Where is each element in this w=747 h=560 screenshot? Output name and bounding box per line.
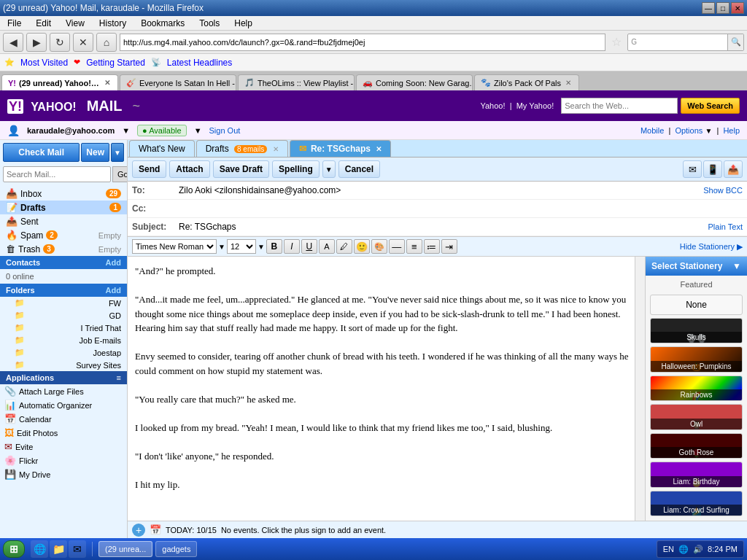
- stationery-none[interactable]: None: [650, 295, 743, 315]
- options-dropdown-icon[interactable]: ▼: [705, 127, 712, 135]
- font-family-select[interactable]: Times New Roman: [132, 239, 217, 254]
- size-dropdown-icon[interactable]: ▼: [258, 243, 265, 251]
- menu-view[interactable]: View: [61, 17, 89, 30]
- sidebar-item-i-tried-that[interactable]: 📁 I Tried That: [0, 322, 127, 334]
- calendar-view-icon[interactable]: 📅: [150, 524, 161, 535]
- subject-field[interactable]: [176, 220, 708, 233]
- menu-bookmarks[interactable]: Bookmarks: [136, 17, 189, 30]
- sidebar-item-sent[interactable]: 📤 Sent: [0, 214, 127, 228]
- list-button[interactable]: ≔: [424, 239, 440, 254]
- show-bcc-link[interactable]: Show BCC: [703, 186, 743, 195]
- tab-close-zilos[interactable]: ✕: [564, 79, 573, 87]
- mobile-link[interactable]: Mobile: [640, 126, 664, 135]
- menu-file[interactable]: File: [3, 17, 26, 30]
- plain-text-link[interactable]: Plain Text: [708, 222, 743, 231]
- sidebar-item-survey-sites[interactable]: 📁 Survey Sites: [0, 359, 127, 371]
- app-my-drive[interactable]: 💾 My Drive: [0, 467, 127, 481]
- tab-whats-new[interactable]: What's New: [129, 140, 195, 157]
- italic-button[interactable]: I: [284, 239, 300, 254]
- tab-yahoo-mail[interactable]: Y! (29 unread) Yahoo! Mail, ... ✕: [1, 74, 118, 90]
- menu-edit[interactable]: Edit: [31, 17, 55, 30]
- stop-button[interactable]: ✕: [73, 33, 93, 52]
- app-edit-photos[interactable]: 🖼 Edit Photos: [0, 426, 127, 440]
- sidebar-item-gd[interactable]: 📁 GD: [0, 309, 127, 322]
- tab-close-yahoo[interactable]: ✕: [103, 79, 112, 87]
- re-tsgchaps-tab-close[interactable]: ✕: [376, 145, 382, 153]
- app-attach-large-files[interactable]: 📎 Attach Large Files: [0, 384, 127, 398]
- underline-button[interactable]: U: [301, 239, 317, 254]
- tab-re-tsgchaps[interactable]: ✉ Re: TSGchaps ✕: [290, 140, 392, 157]
- check-mail-button[interactable]: Check Mail: [3, 143, 80, 162]
- font-dropdown-icon[interactable]: ▼: [218, 243, 225, 251]
- reload-button[interactable]: ↻: [50, 33, 70, 52]
- availability-badge[interactable]: ● Available: [137, 125, 187, 136]
- app-flickr[interactable]: 🌸 Flickr: [0, 454, 127, 467]
- cc-field[interactable]: [176, 202, 743, 215]
- help-link[interactable]: Help: [723, 126, 740, 135]
- back-button[interactable]: ◀: [3, 33, 23, 52]
- volume-tray-icon[interactable]: 🔊: [693, 545, 703, 554]
- compose-mail-format-icon[interactable]: ✉: [683, 160, 702, 178]
- quick-mail-icon[interactable]: ✉: [69, 540, 86, 558]
- taskbar-yahoo-window[interactable]: (29 unrea...: [98, 541, 152, 557]
- spam-empty-link[interactable]: Empty: [98, 231, 121, 240]
- email-body-scrollbar[interactable]: [635, 257, 645, 521]
- address-bar[interactable]: [120, 34, 605, 51]
- folders-add-link[interactable]: Add: [106, 286, 121, 295]
- separator-button[interactable]: —: [389, 239, 405, 254]
- taskbar-gadgets-window[interactable]: gadgets: [155, 541, 197, 557]
- my-yahoo-link[interactable]: My Yahoo!: [516, 101, 554, 110]
- start-button[interactable]: ⊞: [3, 540, 25, 558]
- home-button[interactable]: ⌂: [96, 33, 117, 52]
- compose-share-icon[interactable]: 📤: [724, 160, 743, 178]
- spelling-button[interactable]: Spelling: [272, 160, 320, 178]
- web-search-button[interactable]: Web Search: [681, 98, 740, 114]
- new-message-dropdown[interactable]: ▼: [111, 143, 124, 162]
- stationery-halloween[interactable]: 🎃 Halloween: Pumpkins: [650, 346, 743, 372]
- sidebar-item-drafts[interactable]: 📝 Drafts 1: [0, 201, 127, 214]
- email-body-textarea[interactable]: "And?" he prompted. "And...it made me fe…: [128, 257, 645, 521]
- highlight-button[interactable]: 🖊: [336, 239, 352, 254]
- yahoo-search-input[interactable]: [561, 98, 678, 114]
- drafts-tab-close[interactable]: ✕: [273, 145, 279, 153]
- bold-button[interactable]: B: [266, 239, 282, 254]
- tab-coming-soon[interactable]: 🚗 Coming Soon: New Garag... ✕: [356, 74, 473, 90]
- google-search-input[interactable]: [640, 34, 727, 50]
- app-calendar[interactable]: 📅 Calendar: [0, 412, 127, 426]
- stationery-liam-crowd[interactable]: 🏄 Liam: Crowd Surfing: [650, 491, 743, 516]
- compose-phone-icon[interactable]: 📱: [703, 160, 722, 178]
- bookmark-latest-headlines[interactable]: Latest Headlines: [167, 58, 232, 68]
- app-evite[interactable]: ✉ Evite: [0, 440, 127, 454]
- menu-history[interactable]: History: [95, 17, 131, 30]
- contacts-add-link[interactable]: Add: [106, 258, 121, 267]
- font-color-button[interactable]: A: [319, 239, 335, 254]
- tab-satan[interactable]: 🎸 Everyone Is Satan In Hell - ... ✕: [120, 74, 236, 90]
- bookmark-most-visited[interactable]: Most Visited: [20, 58, 68, 68]
- menu-tools[interactable]: Tools: [195, 17, 224, 30]
- bookmark-star-icon[interactable]: ☆: [608, 35, 624, 49]
- stationery-rainbows[interactable]: 🌈 Rainbows: [650, 376, 743, 401]
- cancel-button[interactable]: Cancel: [338, 160, 380, 178]
- spelling-dropdown[interactable]: ▼: [322, 160, 336, 178]
- font-size-select[interactable]: 12: [227, 239, 256, 254]
- forward-button[interactable]: ▶: [26, 33, 47, 52]
- bookmark-getting-started[interactable]: Getting Started: [86, 58, 145, 68]
- account-dropdown-icon[interactable]: ▼: [122, 126, 130, 135]
- tab-drafts[interactable]: Drafts 8 emails ✕: [196, 140, 288, 157]
- stationery-header[interactable]: Select Stationery ▼: [646, 257, 747, 276]
- minimize-button[interactable]: —: [702, 2, 715, 14]
- attach-button[interactable]: Attach: [169, 160, 209, 178]
- close-button[interactable]: ✕: [731, 2, 744, 14]
- maximize-button[interactable]: □: [716, 2, 729, 14]
- to-field[interactable]: [176, 184, 703, 197]
- menu-help[interactable]: Help: [230, 17, 257, 30]
- search-mail-input[interactable]: [3, 166, 111, 182]
- tab-theolims[interactable]: 🎵 TheOLims :: View Playlist - ... ✕: [238, 74, 355, 90]
- indent-button[interactable]: ⇥: [441, 239, 457, 254]
- app-automatic-organizer[interactable]: 📊 Automatic Organizer: [0, 398, 127, 412]
- align-button[interactable]: ≡: [406, 239, 422, 254]
- new-message-button[interactable]: New: [81, 143, 109, 162]
- quick-explorer-icon[interactable]: 📁: [50, 540, 67, 558]
- sidebar-item-inbox[interactable]: 📥 Inbox 29: [0, 187, 127, 201]
- emoji-button[interactable]: 🙂: [354, 239, 370, 254]
